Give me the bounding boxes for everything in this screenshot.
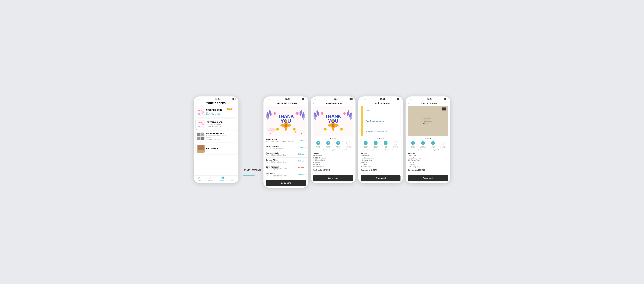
screen-orders: ●●●●○ 16:34 YOUR ORDERS #THANK YOU (194, 96, 238, 183)
svg-rect-17 (198, 146, 204, 150)
dot-3-3 (334, 138, 335, 139)
signal-dots-3: ●●●●○ (314, 98, 320, 100)
signal-dots-1: ●●●●○ (197, 98, 203, 100)
nav-orders[interactable]: ⊞ Orders 2 (216, 177, 227, 181)
step-ordered-3: ✓ Ordered10 Dec (323, 141, 333, 148)
status-bar-1: ●●●●○ 16:34 (194, 96, 238, 101)
envelope-from-text: A little something from,Jane (410, 108, 420, 110)
order-title-4: PHOTOBOOK (206, 147, 233, 150)
screen3-header: ‹ Card to Emma (311, 101, 356, 106)
card-number-3: Card number: 23456789 (313, 169, 353, 171)
chevron-r4: › (305, 160, 306, 162)
chevron-icon-2: › (235, 123, 236, 125)
svg-point-28 (277, 128, 279, 130)
step-label-4-5: Expectedby 16 Dec (440, 146, 446, 148)
recipient-row-6[interactable]: Will Parker Flat 44, 12 Spring Street, O… (264, 171, 308, 178)
recipients-list: Emma Smith Flat 2, Roma corte 150 Statio… (264, 137, 308, 178)
nav-credits[interactable]: ◎ Credits (205, 177, 216, 181)
chevron-r1: › (305, 139, 306, 141)
dot-3-4 (336, 138, 336, 139)
order-info-3: GALLERY FRAMES to Kostantinos Askito pol… (206, 133, 233, 140)
recipient-row-5[interactable]: John Robinson Flat 44, 12 Spring Street,… (264, 164, 308, 171)
step-circle-3-4: ✓ (384, 141, 388, 145)
order-badge-1: Draft (226, 108, 232, 110)
card-number-5: Card number: 23456789 (408, 169, 448, 171)
status-bar-2: ●●●●○ 16:34 (264, 96, 308, 101)
inner-card-image: Dear Thank you so much! Best wishes, Tou… (360, 106, 400, 136)
screen3-title: Card to Emma (315, 102, 353, 105)
screen3-progress: ✓ Created10 Dec ✓ Ordered10 Dec ✓ Posted… (311, 140, 356, 149)
battery-5 (444, 98, 447, 100)
order-thumb-1: #THANK YOU (197, 108, 205, 116)
order-title-2: GREETING CARD (207, 121, 233, 123)
order-draft-link[interactable]: Draft - Tap to edit (206, 113, 233, 115)
sent-to-label: Sent to: (313, 153, 353, 154)
recipient-addr-6: Flat 44, 12 Spring Street, Oxford (266, 175, 298, 176)
signal-dots-4: ●●●●○ (361, 98, 368, 100)
card-dear: Dear (366, 110, 398, 112)
svg-point-50 (343, 112, 346, 115)
order-item-3[interactable]: GALLERY FRAMES to Kostantinos Askito pol… (196, 131, 237, 142)
nav-credits-label: Credits (208, 180, 213, 181)
more-icon: ••• (232, 177, 234, 179)
nav-more[interactable]: ••• More (227, 177, 238, 181)
chevron-r3: › (305, 153, 306, 155)
recipient-row-2[interactable]: Janet Jhonson 120 Fog Lane, Manchester P… (264, 144, 308, 151)
svg-point-42 (332, 127, 334, 131)
recipient-addr-1: Flat 2, Roma corte 150 Station Road, Lo.… (266, 141, 299, 142)
step-created-5: ✓ Created10 Dec (408, 141, 418, 148)
svg-text:YOU: YOU (328, 118, 338, 124)
order-item-4[interactable]: PHOTOBOOK › (196, 143, 237, 154)
recipient-row-4[interactable]: Jeremy White Flat 44, 12 Spring Street, … (264, 158, 308, 164)
back-button-5[interactable]: ‹ (408, 102, 409, 105)
credits-icon: ◎ (210, 177, 212, 180)
back-button-3[interactable]: ‹ (313, 102, 314, 105)
copy-card-button-4[interactable]: Copy card (360, 175, 400, 181)
back-button-2[interactable]: ‹ (266, 102, 267, 105)
copy-card-button-3[interactable]: Copy card (313, 175, 353, 181)
status-bar-5: ●●●●○ 16:34 (406, 96, 450, 101)
recipient-row-1[interactable]: Emma Smith Flat 2, Roma corte 150 Statio… (264, 137, 308, 144)
copy-card-button-2[interactable]: Copy card (266, 180, 306, 186)
orders-list: #THANK YOU GREETING CARD to ... Draft - … (194, 106, 238, 175)
step-expected-4: Expectedby 16 Dec (390, 141, 400, 148)
inner-card-area: Dear Thank you so much! Best wishes, Tou… (358, 106, 403, 137)
step-posted-5: ✓ Posted12 Dec (428, 141, 438, 148)
order-date-3: Ordered 15 Nov 2018 (206, 138, 233, 140)
order-item-1[interactable]: #THANK YOU GREETING CARD to ... Draft - … (196, 106, 237, 117)
copy-card-button-5[interactable]: Copy card (408, 175, 448, 181)
screen5-header: ‹ Card to Emma (406, 101, 450, 106)
dot-5-4 (430, 138, 431, 139)
step-label-1-5: Created10 Dec (411, 146, 415, 148)
svg-text:THANK: THANK (278, 114, 294, 119)
step-circle-1-5: ✓ (411, 141, 415, 145)
step-label-2-4: Ordered10 Dec (374, 146, 378, 148)
recipient-info-5: John Robinson Flat 44, 12 Spring Street,… (266, 166, 297, 170)
step-label-2-3: Ordered10 Dec (326, 146, 330, 148)
battery-2 (302, 98, 305, 100)
screen4-title: Card to Emma (363, 102, 400, 105)
nav-send[interactable]: ⬡ Send (194, 177, 205, 181)
back-button-4[interactable]: ‹ (360, 102, 362, 105)
screen2-title: GREETING CARD (268, 102, 306, 105)
signal-dots-5: ●●●●○ (408, 98, 415, 100)
svg-point-46 (324, 128, 326, 130)
step-label-2-5: OrderedProcessing (420, 146, 426, 148)
battery-4 (397, 98, 400, 100)
svg-point-19 (267, 128, 276, 132)
step-circle-2-3: ✓ (326, 141, 330, 145)
recipient-address-4: Emma SmithFlat 11, Roma corte140 Station… (360, 155, 400, 168)
step-label-1-4: Created10 Dec (364, 146, 368, 148)
recipient-row-3[interactable]: Consuela Calle Flat 44, 12 Spring Street… (264, 151, 308, 158)
page-wrapper: ●●●●○ 16:34 YOUR ORDERS #THANK YOU (194, 96, 450, 188)
recipient-name-1: Emma Smith (266, 138, 299, 141)
chevron-r5: › (305, 167, 306, 169)
svg-point-36 (270, 133, 271, 134)
order-item-2[interactable]: #THANK YOU GREETING CARD to Emma + 4 oth… (196, 119, 237, 130)
order-title-3: GALLERY FRAMES (206, 133, 233, 135)
step-label-1-3: Created10 Dec (316, 146, 320, 148)
step-expected-5: Expectedby 16 Dec (438, 141, 448, 148)
time-2: 16:34 (285, 98, 290, 100)
recipient-status-6: Ordered (298, 174, 304, 175)
screen4-body: Recipient: Emma SmithFlat 11, Roma corte… (358, 152, 403, 173)
